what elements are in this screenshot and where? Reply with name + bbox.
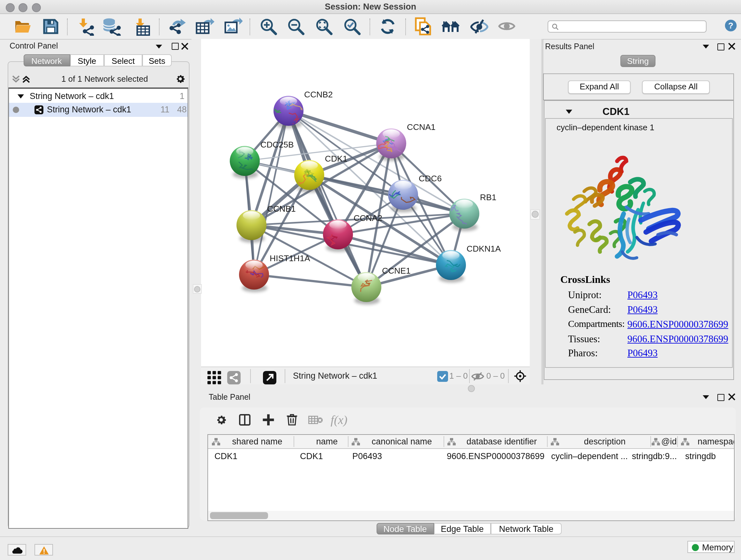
svg-text:CCNE1: CCNE1	[382, 266, 411, 275]
svg-text:CCNA2: CCNA2	[354, 213, 382, 223]
svg-text:CCNB1: CCNB1	[267, 204, 296, 213]
svg-text:CCNB2: CCNB2	[304, 90, 333, 99]
svg-text:CDC25B: CDC25B	[260, 140, 294, 149]
svg-text:CDKN1A: CDKN1A	[467, 244, 501, 253]
svg-text:CCNA1: CCNA1	[407, 122, 435, 132]
svg-text:HIST1H1A: HIST1H1A	[270, 253, 310, 263]
svg-text:?: ?	[728, 20, 733, 30]
svg-text:CDC6: CDC6	[419, 174, 442, 183]
svg-text:CDK1: CDK1	[325, 154, 347, 164]
svg-text:RB1: RB1	[480, 192, 496, 202]
